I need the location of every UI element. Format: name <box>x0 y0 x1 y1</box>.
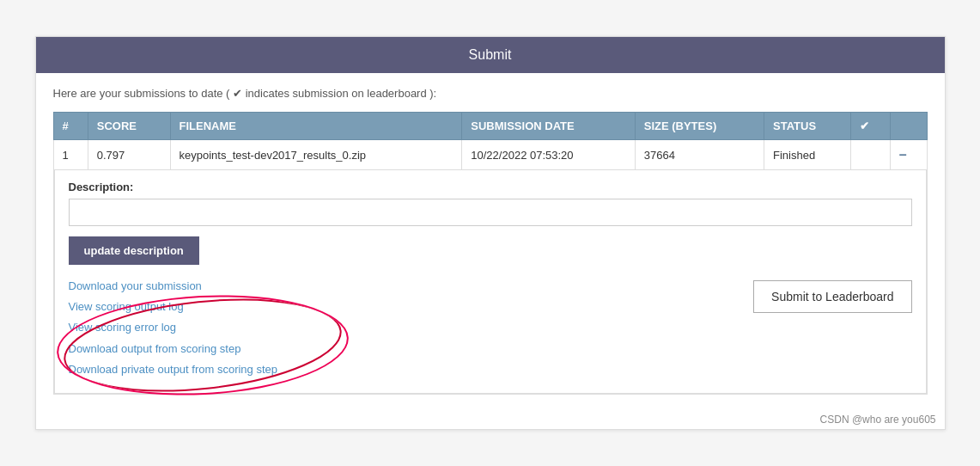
submit-leaderboard-button[interactable]: Submit to Leaderboard <box>753 280 911 313</box>
header-bar: Submit <box>36 37 945 73</box>
description-label: Description: <box>69 181 912 193</box>
table-header-row: # SCORE FILENAME SUBMISSION DATE SIZE (B… <box>53 113 927 140</box>
col-filename: FILENAME <box>170 113 462 140</box>
update-description-button[interactable]: update description <box>69 236 199 265</box>
table-row[interactable]: 1 0.797 keypoints_test-dev2017_results_0… <box>53 140 927 170</box>
content-area: Here are your submissions to date ( ✔ in… <box>36 73 945 408</box>
expanded-row: Description: update description Download… <box>53 170 927 394</box>
cell-status: Finished <box>764 140 851 170</box>
col-check: ✔ <box>851 113 891 140</box>
col-date: SUBMISSION DATE <box>462 113 635 140</box>
link-download-submission[interactable]: Download your submission <box>69 277 278 296</box>
description-input[interactable] <box>69 199 912 226</box>
watermark: CSDN @who are you605 <box>36 408 945 429</box>
cell-score: 0.797 <box>88 140 170 170</box>
intro-text: Here are your submissions to date ( ✔ in… <box>53 87 928 100</box>
cell-check <box>851 140 891 170</box>
col-score: SCORE <box>88 113 170 140</box>
expanded-content: Description: update description Download… <box>54 170 927 393</box>
bottom-row: Download your submission View scoring ou… <box>69 277 912 378</box>
col-status: STATUS <box>764 113 851 140</box>
cell-date: 10/22/2022 07:53:20 <box>462 140 635 170</box>
col-num: # <box>53 113 88 140</box>
submissions-table: # SCORE FILENAME SUBMISSION DATE SIZE (B… <box>53 112 928 394</box>
link-download-private-output[interactable]: Download private output from scoring ste… <box>69 360 278 379</box>
cell-filename: keypoints_test-dev2017_results_0.zip <box>170 140 462 170</box>
main-container: Submit Here are your submissions to date… <box>35 36 946 429</box>
link-view-error-log[interactable]: View scoring error log <box>69 318 278 337</box>
cell-num: 1 <box>53 140 88 170</box>
cell-action[interactable]: – <box>890 140 927 170</box>
cell-size: 37664 <box>635 140 764 170</box>
header-title: Submit <box>469 47 512 62</box>
link-view-output-log[interactable]: View scoring output log <box>69 297 278 316</box>
col-size: SIZE (BYTES) <box>635 113 764 140</box>
links-section: Download your submission View scoring ou… <box>69 277 278 378</box>
link-download-output[interactable]: Download output from scoring step <box>69 340 278 359</box>
col-action <box>890 113 927 140</box>
